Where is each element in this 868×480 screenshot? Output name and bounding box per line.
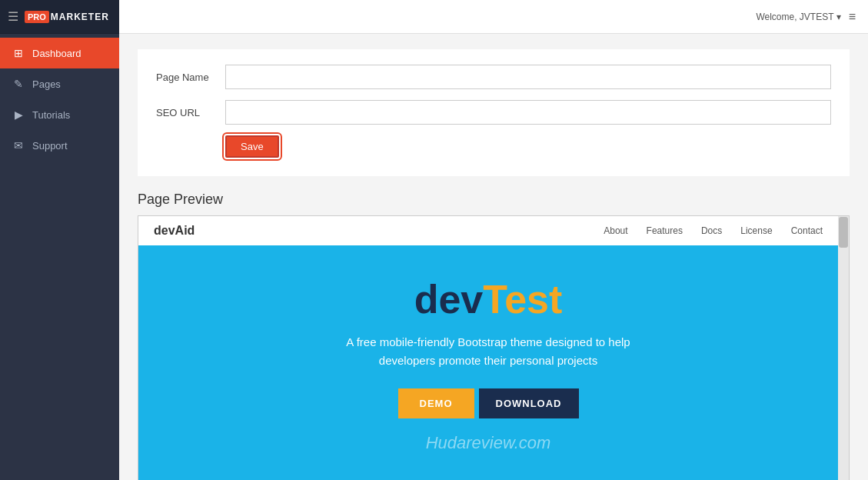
save-btn-row: Save xyxy=(225,135,831,158)
seo-url-input[interactable] xyxy=(225,100,831,125)
demo-button[interactable]: DEMO xyxy=(398,388,474,418)
content: Page Name SEO URL Save Page Preview devA… xyxy=(119,34,868,480)
page-preview-section: Page Preview devAid About Features Docs … xyxy=(138,192,850,480)
preview-nav-links: About Features Docs License Contact xyxy=(604,225,823,236)
preview-nav-brand: devAid xyxy=(154,224,195,238)
preview-nav: devAid About Features Docs License Conta… xyxy=(138,216,838,245)
hero-title-yellow: Test xyxy=(483,277,562,322)
support-icon: ✉ xyxy=(12,139,25,152)
download-button[interactable]: DOWNLOAD xyxy=(479,388,579,418)
topbar-right: Welcome, JVTEST ▾ ≡ xyxy=(756,10,856,24)
nav-link-about: About xyxy=(604,225,627,236)
sidebar-item-dashboard[interactable]: ⊞ Dashboard xyxy=(0,38,119,68)
preview-container: devAid About Features Docs License Conta… xyxy=(138,215,850,480)
sidebar-item-label: Support xyxy=(32,140,68,152)
topbar-menu-icon[interactable]: ≡ xyxy=(849,10,856,24)
sidebar-nav: ⊞ Dashboard ✎ Pages ▶ Tutorials ✉ Suppor… xyxy=(0,34,119,161)
hero-subtitle: A free mobile-friendly Bootstrap theme d… xyxy=(327,333,650,370)
logo-text: MARKETER xyxy=(51,12,109,22)
preview-hero-title: devTest xyxy=(414,276,563,322)
logo-pro: PRO xyxy=(25,11,49,23)
nav-link-contact: Contact xyxy=(791,225,823,236)
sidebar-item-label: Dashboard xyxy=(32,48,81,59)
page-name-input[interactable] xyxy=(225,65,831,89)
main-area: Welcome, JVTEST ▾ ≡ Page Name SEO URL Sa… xyxy=(119,0,868,480)
topbar: Welcome, JVTEST ▾ ≡ xyxy=(119,0,868,34)
sidebar-item-pages[interactable]: ✎ Pages xyxy=(0,68,119,99)
nav-link-license: License xyxy=(740,225,772,236)
dashboard-icon: ⊞ xyxy=(12,47,25,59)
sidebar-item-tutorials[interactable]: ▶ Tutorials xyxy=(0,99,119,130)
hero-title-dark: dev xyxy=(414,277,484,322)
preview-website: devAid About Features Docs License Conta… xyxy=(138,216,838,480)
page-name-label: Page Name xyxy=(156,72,225,83)
save-button[interactable]: Save xyxy=(225,135,279,158)
form-section: Page Name SEO URL Save xyxy=(138,49,850,176)
scrollbar-thumb xyxy=(839,217,848,248)
sidebar: ☰ PRO MARKETER ⊞ Dashboard ✎ Pages ▶ Tut… xyxy=(0,0,119,480)
pages-icon: ✎ xyxy=(12,78,25,90)
logo: PRO MARKETER xyxy=(25,11,109,23)
sidebar-header: ☰ PRO MARKETER xyxy=(0,0,119,34)
preview-title: Page Preview xyxy=(138,192,850,208)
sidebar-item-label: Tutorials xyxy=(32,109,70,121)
sidebar-item-support[interactable]: ✉ Support xyxy=(0,130,119,161)
preview-hero: devTest A free mobile-friendly Bootstrap… xyxy=(138,245,838,418)
seo-url-label: SEO URL xyxy=(156,107,225,118)
seo-url-row: SEO URL xyxy=(156,100,831,125)
nav-link-features: Features xyxy=(647,225,683,236)
welcome-text[interactable]: Welcome, JVTEST ▾ xyxy=(756,12,840,22)
sidebar-item-label: Pages xyxy=(32,78,61,90)
preview-scrollbar[interactable] xyxy=(838,216,849,480)
tutorials-icon: ▶ xyxy=(12,108,25,121)
hamburger-icon[interactable]: ☰ xyxy=(8,9,18,24)
hero-buttons: DEMO DOWNLOAD xyxy=(398,388,579,418)
watermark: Hudareview.com xyxy=(426,433,551,453)
page-name-row: Page Name xyxy=(156,65,831,89)
nav-link-docs: Docs xyxy=(701,225,722,236)
